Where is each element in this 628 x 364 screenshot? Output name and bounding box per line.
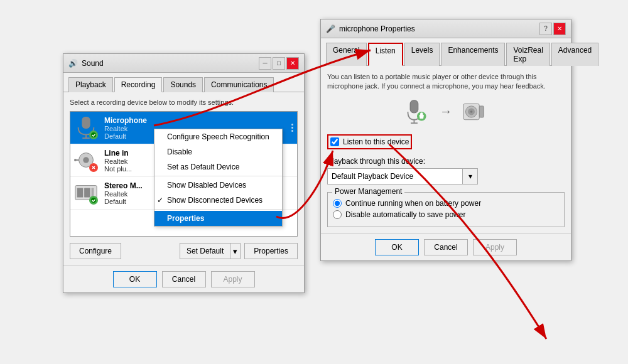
listen-checkbox-label: Listen to this device [343,137,409,146]
mic-ok-button[interactable]: OK [375,239,419,255]
mic-title-left: 🎤 microphone Properties [326,24,415,33]
playback-value: Default Playback Device [328,170,462,183]
svg-point-3 [91,132,96,137]
mic-apply-button[interactable]: Apply [473,239,517,255]
playback-group: Playback through this device: Default Pl… [327,157,565,185]
sound-bottom-buttons: OK Cancel Apply [63,265,304,292]
menu-show-disconnected[interactable]: Show Disconnected Devices [154,193,282,208]
properties-button[interactable]: Properties [244,243,298,259]
listen-checkbox-row[interactable]: Listen to this device [327,134,412,149]
sound-title-text: Sound [82,59,104,68]
tab-sounds[interactable]: Sounds [163,77,203,92]
mic-title-controls: ? ✕ [539,23,566,35]
stereomix-icon-wrap [74,181,99,206]
mic-properties-dialog: 🎤 microphone Properties ? ✕ General List… [320,19,571,261]
sound-title-bar: 🔊 Sound ─ □ ✕ [63,54,304,73]
mic-name: Microphone [104,116,291,125]
set-default-wrap: Set Default ▾ [180,243,241,259]
tab-levels[interactable]: Levels [404,43,440,66]
scroll-dots [291,124,293,132]
power-management-group: Power Management Continue running when o… [327,192,565,227]
mic-badge [89,131,98,139]
stereomix-badge [89,196,98,205]
radio-row-continue: Continue running when on battery power [333,199,559,208]
sound-close-button[interactable]: ✕ [286,57,299,70]
linein-icon-wrap [74,148,99,173]
svg-point-7 [74,159,77,161]
radio-disable[interactable] [333,210,342,219]
playback-label: Playback through this device: [327,157,565,166]
radio-continue-label: Continue running when on battery power [345,199,481,208]
svg-rect-13 [84,188,90,197]
mic-icon-wrap [74,115,99,141]
tab-enhancements[interactable]: Enhancements [441,43,505,66]
mic-bottom-buttons: OK Cancel Apply [321,233,571,260]
arrow-right-icon: → [440,104,452,119]
menu-show-disabled[interactable]: Show Disabled Devices [154,178,282,193]
listen-content: You can listen to a portable music playe… [321,66,571,233]
sound-title-controls: ─ □ ✕ [259,57,299,70]
mic-help-button[interactable]: ? [539,23,552,35]
mic-visual-icon [404,99,430,124]
svg-rect-16 [410,100,418,113]
recording-label: Select a recording device below to modif… [70,99,298,106]
tab-recording[interactable]: Recording [114,77,163,92]
svg-point-24 [470,110,473,113]
svg-point-20 [420,112,423,115]
mic-title-text: microphone Properties [339,24,415,33]
svg-point-5 [83,157,89,163]
radio-row-disable: Disable automatically to save power [333,210,559,219]
mic-cancel-button[interactable]: Cancel [424,239,468,255]
menu-configure-speech[interactable]: Configure Speech Recognition [154,129,282,144]
set-default-arrow-button[interactable]: ▾ [230,243,241,259]
listen-device-visual: → [327,99,565,124]
svg-rect-0 [82,116,90,128]
menu-properties[interactable]: Properties [154,211,282,226]
configure-button[interactable]: Configure [70,243,121,259]
menu-set-default-device[interactable]: Set as Default Device [154,159,282,174]
svg-point-15 [91,198,96,203]
sound-minimize-button[interactable]: ─ [259,57,271,70]
sound-ok-button[interactable]: OK [113,271,157,287]
sound-cancel-button[interactable]: Cancel [162,271,206,287]
linein-badge [89,163,98,172]
tab-playback[interactable]: Playback [68,77,113,92]
mic-tab-bar: General Listen Levels Enhancements VoizR… [321,38,571,66]
radio-continue[interactable] [333,199,342,208]
radio-disable-label: Disable automatically to save power [345,210,465,219]
playback-dropdown-arrow[interactable]: ▾ [462,169,477,184]
context-menu: Configure Speech Recognition Disable Set… [154,129,283,227]
sound-title-left: 🔊 Sound [68,59,104,68]
sound-apply-button[interactable]: Apply [211,271,255,287]
sound-action-buttons: Configure Set Default ▾ Properties [70,243,298,259]
power-label: Power Management [332,187,404,196]
mic-title-bar: 🎤 microphone Properties ? ✕ [321,19,571,38]
configure-wrap: Configure [70,243,121,259]
tab-communications[interactable]: Communications [204,77,274,92]
power-management-box: Power Management Continue running when o… [327,192,565,227]
listen-description: You can listen to a portable music playe… [327,72,565,92]
sound-tab-bar: Playback Recording Sounds Communications [63,73,304,92]
listen-checkbox[interactable] [330,137,339,146]
tab-voizreal[interactable]: VoizReal Exp [506,43,550,66]
tab-general[interactable]: General [326,43,367,66]
tab-advanced[interactable]: Advanced [551,43,598,66]
mic-title-icon: 🎤 [326,24,335,33]
svg-rect-25 [479,106,484,117]
menu-disable[interactable]: Disable [154,144,282,159]
mic-close-button[interactable]: ✕ [553,23,566,35]
menu-separator-2 [154,209,282,210]
playback-dropdown[interactable]: Default Playback Device ▾ [327,168,478,185]
sound-title-icon: 🔊 [68,59,78,68]
speaker-visual-icon [462,99,487,124]
svg-rect-12 [77,188,84,197]
tab-listen[interactable]: Listen [368,43,403,66]
menu-separator-1 [154,176,282,176]
set-default-button[interactable]: Set Default [180,243,230,259]
sound-maximize-button[interactable]: □ [273,57,285,70]
